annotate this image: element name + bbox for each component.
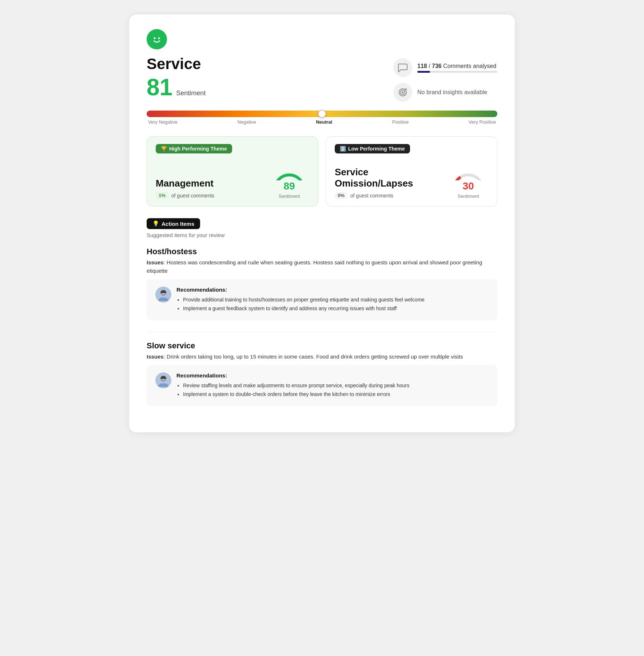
rec-title-2: Recommendations: xyxy=(176,372,409,379)
chat-icon-wrap xyxy=(393,58,412,77)
rec-avatar-2 xyxy=(155,372,171,388)
low-performing-badge: ℹ️ Low Performing Theme xyxy=(335,144,410,153)
low-gauge-label: Sentiment xyxy=(458,193,479,199)
info-icon: ℹ️ xyxy=(340,146,346,152)
high-pct-badge: 1% xyxy=(156,192,168,199)
sentiment-gradient-bar xyxy=(147,111,497,117)
action-issues-2: Issues: Drink orders taking too long, up… xyxy=(147,353,497,361)
high-gauge-label: Sentiment xyxy=(279,193,300,199)
rec-list-1: Provide additional training to hosts/hos… xyxy=(176,296,425,313)
action-items-badge: 💡 Action Items xyxy=(147,218,200,229)
high-theme-left: Management 1% of guest comments xyxy=(156,178,214,199)
low-card-inner: Service Omission/Lapses 0% of guest comm… xyxy=(335,159,488,199)
rec-item-2-0: Review staffing levels and make adjustme… xyxy=(183,381,409,390)
label-negative: Negative xyxy=(238,119,256,125)
lightbulb-icon: 💡 xyxy=(152,220,159,227)
rec-content-2: Recommendations: Review staffing levels … xyxy=(176,372,409,399)
rec-item-2-1: Implement a system to double-check order… xyxy=(183,390,409,399)
action-title-2: Slow service xyxy=(147,341,497,351)
gradient-bar-section: Very Negative Negative Neutral Positive … xyxy=(147,111,497,125)
action-title-1: Host/hostess xyxy=(147,247,497,256)
comments-block: 118 / 736 Comments analysed xyxy=(393,58,497,77)
low-pct-label: of guest comments xyxy=(350,193,393,199)
action-section-2: Slow service Issues: Drink orders taking… xyxy=(147,341,497,406)
gradient-thumb xyxy=(318,110,326,118)
high-theme-meta: 1% of guest comments xyxy=(156,192,214,199)
gradient-labels: Very Negative Negative Neutral Positive … xyxy=(147,119,497,125)
brand-text: No brand insights available xyxy=(417,89,487,96)
svg-point-2 xyxy=(158,37,160,39)
high-performing-badge: 🏆 High Performing Theme xyxy=(156,144,232,153)
label-positive: Positive xyxy=(392,119,409,125)
issues-text-2: Drink orders taking too long, up to 15 m… xyxy=(167,353,463,360)
high-gauge-wrap xyxy=(269,159,309,180)
svg-point-0 xyxy=(151,33,163,45)
trophy-icon: 🏆 xyxy=(161,146,167,152)
progress-bar xyxy=(417,71,497,73)
rec-content-1: Recommendations: Provide additional trai… xyxy=(176,287,425,313)
action-section-1: Host/hostess Issues: Hostess was condesc… xyxy=(147,247,497,320)
header-left: Service 81 Sentiment xyxy=(147,55,206,99)
low-gauge-value: 30 xyxy=(462,180,474,192)
high-performing-card: 🏆 High Performing Theme Management 1% of… xyxy=(147,136,318,207)
rec-item-1-0: Provide additional training to hosts/hos… xyxy=(183,296,425,304)
label-very-negative: Very Negative xyxy=(148,119,178,125)
low-theme-title: Service Omission/Lapses xyxy=(335,167,448,189)
rec-box-2: Recommendations: Review staffing levels … xyxy=(147,365,497,406)
high-gauge-value: 89 xyxy=(283,180,295,192)
rec-title-1: Recommendations: xyxy=(176,287,425,293)
high-card-inner: Management 1% of guest comments 89 Sen xyxy=(156,159,309,199)
low-gauge-wrap xyxy=(448,159,488,180)
rec-avatar-1 xyxy=(155,287,171,303)
action-items-section: 💡 Action Items Suggested items for your … xyxy=(147,218,497,406)
low-badge-label: Low Performing Theme xyxy=(348,146,405,152)
brand-block: No brand insights available xyxy=(393,83,497,102)
issues-label-2: Issues xyxy=(147,353,164,360)
suggested-text: Suggested items for your review xyxy=(147,232,497,238)
low-performing-card: ℹ️ Low Performing Theme Service Omission… xyxy=(326,136,497,207)
issues-text-1: Hostess was condescending and rude when … xyxy=(147,259,482,274)
rec-item-1-1: Implement a guest feedback system to ide… xyxy=(183,304,425,313)
label-very-positive: Very Positive xyxy=(469,119,496,125)
rec-box-1: Recommendations: Provide additional trai… xyxy=(147,279,497,320)
low-theme-left: Service Omission/Lapses 0% of guest comm… xyxy=(335,167,448,199)
sentiment-row: 81 Sentiment xyxy=(147,76,206,99)
label-neutral: Neutral xyxy=(316,119,332,125)
high-theme-title: Management xyxy=(156,178,214,189)
target-icon-wrap xyxy=(393,83,412,102)
low-theme-meta: 0% of guest comments xyxy=(335,192,448,199)
header-row: Service 81 Sentiment 118 / 736 Comments … xyxy=(147,55,497,102)
comments-current: 118 xyxy=(417,63,427,69)
header-right: 118 / 736 Comments analysed xyxy=(393,58,497,102)
progress-fill xyxy=(417,71,430,73)
high-badge-label: High Performing Theme xyxy=(169,146,227,152)
sentiment-score: 81 xyxy=(147,76,172,99)
comments-label: Comments analysed xyxy=(443,63,496,69)
svg-point-1 xyxy=(154,37,156,39)
themes-row: 🏆 High Performing Theme Management 1% of… xyxy=(147,136,497,207)
issues-label-1: Issues xyxy=(147,259,164,265)
low-pct-badge: 0% xyxy=(335,192,347,199)
high-pct-label: of guest comments xyxy=(171,193,214,199)
rec-list-2: Review staffing levels and make adjustme… xyxy=(176,381,409,399)
action-badge-label: Action Items xyxy=(162,221,194,227)
page-title: Service xyxy=(147,55,206,73)
comments-text: 118 / 736 Comments analysed xyxy=(417,63,497,69)
high-theme-gauge: 89 Sentiment xyxy=(269,159,309,199)
comments-total: 736 xyxy=(432,63,442,69)
svg-point-5 xyxy=(402,92,404,93)
sentiment-label: Sentiment xyxy=(176,89,206,97)
logo xyxy=(147,29,167,49)
comments-info: 118 / 736 Comments analysed xyxy=(417,63,497,73)
divider xyxy=(147,332,497,332)
low-theme-gauge: 30 Sentiment xyxy=(448,159,488,199)
action-issues-1: Issues: Hostess was condescending and ru… xyxy=(147,259,497,275)
main-card: Service 81 Sentiment 118 / 736 Comments … xyxy=(129,15,515,432)
